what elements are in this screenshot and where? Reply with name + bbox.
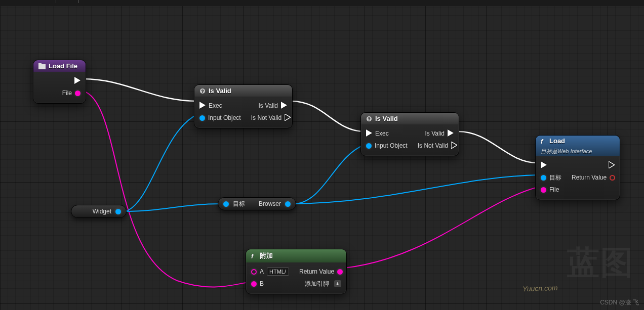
svg-rect-1 bbox=[38, 63, 42, 65]
pin-a-value-input[interactable] bbox=[267, 268, 289, 276]
pin-label: Return Value bbox=[572, 174, 607, 181]
top-ruler bbox=[0, 0, 644, 6]
pin-label: Is Not Valid bbox=[418, 142, 448, 149]
pin-label: File bbox=[62, 90, 72, 97]
pin-label: Input Object bbox=[375, 142, 408, 149]
svg-text:?: ? bbox=[201, 88, 204, 94]
svg-text:f: f bbox=[541, 138, 544, 144]
pin-dot-magenta bbox=[541, 187, 546, 193]
node-header: Load File bbox=[33, 60, 86, 72]
pin-dot-magenta bbox=[337, 269, 343, 275]
node-title: 附加 bbox=[260, 251, 273, 260]
question-icon: ? bbox=[199, 88, 206, 94]
svg-marker-5 bbox=[199, 102, 206, 109]
function-icon: f bbox=[541, 138, 546, 144]
pin-dot-red bbox=[610, 175, 615, 181]
node-header: ? Is Valid bbox=[194, 85, 292, 97]
pin-dot-blue bbox=[199, 115, 205, 121]
reroute-browser[interactable]: 目标 Browser bbox=[218, 197, 296, 210]
event-icon bbox=[38, 63, 46, 69]
pin-file-out[interactable]: File bbox=[57, 90, 86, 97]
node-subtitle: 目标是Web Interface bbox=[541, 148, 592, 155]
pin-exec-out[interactable] bbox=[603, 161, 620, 170]
svg-marker-12 bbox=[451, 142, 457, 149]
pin-label: A bbox=[260, 268, 264, 275]
pin-b[interactable]: B bbox=[246, 280, 269, 287]
pin-input-object[interactable]: Input Object bbox=[194, 114, 246, 121]
pin-dot-blue[interactable] bbox=[285, 201, 291, 207]
pin-is-valid-out[interactable]: Is Valid bbox=[254, 102, 292, 110]
pin-label: Is Valid bbox=[259, 102, 278, 109]
svg-marker-11 bbox=[448, 129, 454, 137]
pin-dot-magenta bbox=[251, 281, 257, 287]
pin-label: Is Valid bbox=[425, 130, 445, 137]
node-title: Load bbox=[549, 137, 565, 145]
node-title: Load File bbox=[49, 62, 77, 70]
pin-target[interactable]: 目标 bbox=[536, 173, 567, 182]
node-load[interactable]: f Load 目标是Web Interface 目标 Return Value bbox=[535, 135, 620, 200]
pin-label: Return Value bbox=[299, 268, 334, 275]
pin-dot-blue bbox=[366, 143, 372, 149]
svg-text:f: f bbox=[251, 253, 254, 259]
pin-is-valid-out[interactable]: Is Valid bbox=[420, 129, 459, 138]
node-title: Is Valid bbox=[375, 115, 398, 122]
node-load-file[interactable]: Load File File bbox=[33, 60, 86, 104]
svg-marker-15 bbox=[609, 161, 615, 168]
question-icon: ? bbox=[366, 116, 372, 122]
plus-icon: + bbox=[334, 280, 341, 287]
pin-dot-blue[interactable] bbox=[115, 209, 121, 214]
add-pin-button[interactable]: + 添加引脚 bbox=[300, 280, 346, 288]
pin-exec-out[interactable] bbox=[69, 77, 86, 85]
svg-marker-14 bbox=[541, 161, 547, 168]
node-header: f 附加 bbox=[246, 249, 346, 262]
pin-input-object[interactable]: Input Object bbox=[361, 142, 413, 149]
pin-label: Input Object bbox=[208, 114, 241, 121]
pin-label: Is Not Valid bbox=[251, 114, 281, 121]
pin-file-in[interactable]: File bbox=[536, 186, 564, 193]
pin-label: Exec bbox=[209, 102, 222, 109]
ruler-mark bbox=[78, 0, 79, 3]
node-title: Is Valid bbox=[209, 87, 231, 95]
pin-label: 目标 bbox=[549, 173, 561, 182]
node-is-valid-2[interactable]: ? Is Valid Exec Is Valid Input Object Is… bbox=[360, 112, 459, 156]
pin-dot-magenta bbox=[75, 91, 80, 96]
node-header: ? Is Valid bbox=[361, 113, 459, 124]
reroute-right-label: Browser bbox=[259, 200, 281, 207]
node-is-valid-1[interactable]: ? Is Valid Exec Is Valid Input Object Is… bbox=[194, 84, 293, 128]
pin-a[interactable]: A bbox=[246, 268, 294, 276]
pin-label: B bbox=[260, 280, 264, 287]
pin-dot-magenta-outline bbox=[251, 269, 257, 275]
pin-exec-in[interactable] bbox=[536, 161, 552, 170]
svg-marker-2 bbox=[74, 77, 80, 84]
pin-return-value[interactable]: Return Value bbox=[567, 174, 620, 181]
watermark-csdn: CSDN @凌 飞 bbox=[600, 298, 639, 307]
pin-is-not-valid-out[interactable]: Is Not Valid bbox=[246, 114, 293, 122]
pin-exec-in[interactable]: Exec bbox=[194, 102, 227, 110]
function-icon: f bbox=[251, 253, 257, 259]
pin-label: Exec bbox=[375, 130, 389, 137]
svg-marker-10 bbox=[366, 129, 372, 137]
pin-label: 添加引脚 bbox=[305, 280, 329, 288]
watermark-background: 蓝图 bbox=[567, 241, 634, 285]
node-header: f Load 目标是Web Interface bbox=[536, 136, 620, 156]
pin-dot-blue bbox=[541, 175, 546, 181]
pin-return-value[interactable]: Return Value bbox=[294, 268, 347, 275]
node-append[interactable]: f 附加 A Return Value B + 添加引脚 bbox=[246, 249, 347, 294]
ruler-mark bbox=[56, 0, 56, 3]
pin-label: File bbox=[549, 186, 559, 193]
reroute-label: Widget bbox=[93, 208, 111, 215]
svg-text:?: ? bbox=[368, 116, 371, 121]
svg-marker-7 bbox=[285, 114, 291, 121]
svg-marker-6 bbox=[281, 102, 287, 109]
pin-dot-blue[interactable] bbox=[223, 201, 229, 207]
reroute-widget[interactable]: Widget bbox=[71, 205, 127, 218]
pin-exec-in[interactable]: Exec bbox=[361, 129, 394, 138]
reroute-left-label: 目标 bbox=[233, 200, 245, 208]
watermark-url: Yuucn.com bbox=[522, 284, 558, 293]
pin-is-not-valid-out[interactable]: Is Not Valid bbox=[413, 142, 459, 150]
